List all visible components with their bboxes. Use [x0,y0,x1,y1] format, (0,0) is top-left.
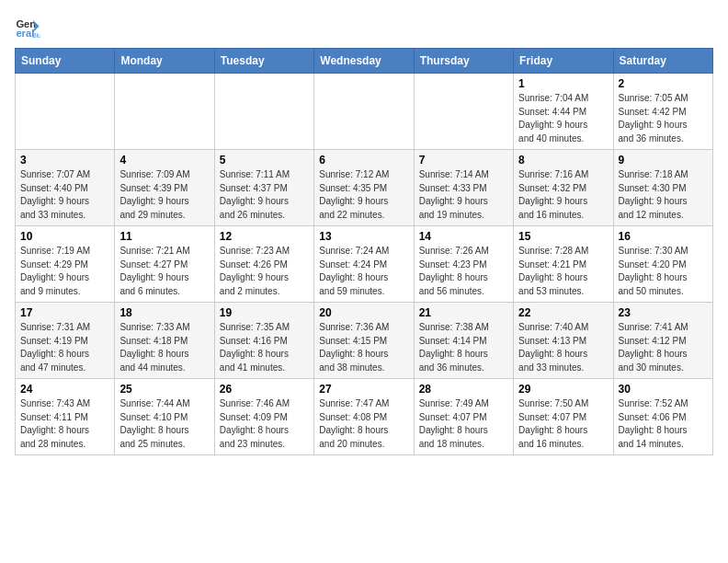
calendar-cell: 25Sunrise: 7:44 AM Sunset: 4:10 PM Dayli… [115,379,214,455]
day-number: 21 [419,306,508,319]
calendar-cell: 13Sunrise: 7:24 AM Sunset: 4:24 PM Dayli… [314,226,414,303]
day-info: Sunrise: 7:26 AM Sunset: 4:23 PM Dayligh… [419,245,508,298]
day-info: Sunrise: 7:35 AM Sunset: 4:16 PM Dayligh… [220,321,309,374]
day-number: 13 [319,230,408,243]
day-number: 20 [319,306,408,319]
day-number: 11 [119,230,209,243]
calendar-cell: 11Sunrise: 7:21 AM Sunset: 4:27 PM Dayli… [115,226,214,303]
day-info: Sunrise: 7:04 AM Sunset: 4:44 PM Dayligh… [518,92,608,145]
calendar-week-5: 24Sunrise: 7:43 AM Sunset: 4:11 PM Dayli… [16,379,713,455]
calendar-cell: 24Sunrise: 7:43 AM Sunset: 4:11 PM Dayli… [16,379,115,455]
calendar-cell: 2Sunrise: 7:05 AM Sunset: 4:42 PM Daylig… [613,74,712,150]
day-info: Sunrise: 7:21 AM Sunset: 4:27 PM Dayligh… [119,245,209,298]
day-info: Sunrise: 7:47 AM Sunset: 4:08 PM Dayligh… [319,397,408,451]
day-info: Sunrise: 7:43 AM Sunset: 4:11 PM Dayligh… [20,397,109,451]
calendar-cell: 14Sunrise: 7:26 AM Sunset: 4:23 PM Dayli… [414,226,513,303]
calendar-body: 1Sunrise: 7:04 AM Sunset: 4:44 PM Daylig… [16,74,713,455]
day-number: 8 [518,154,608,167]
calendar-cell: 5Sunrise: 7:11 AM Sunset: 4:37 PM Daylig… [214,150,313,226]
day-number: 25 [119,383,209,396]
day-number: 10 [20,230,109,243]
day-info: Sunrise: 7:05 AM Sunset: 4:42 PM Dayligh… [619,92,708,145]
calendar-cell [115,74,214,150]
day-number: 30 [619,383,708,396]
day-number: 5 [220,154,309,167]
calendar-cell: 29Sunrise: 7:50 AM Sunset: 4:07 PM Dayli… [514,379,613,455]
day-number: 6 [319,154,408,167]
day-number: 9 [619,154,708,167]
day-info: Sunrise: 7:30 AM Sunset: 4:20 PM Dayligh… [619,245,708,298]
day-number: 3 [20,154,109,167]
day-number: 15 [518,230,608,243]
calendar-week-2: 3Sunrise: 7:07 AM Sunset: 4:40 PM Daylig… [16,150,713,226]
day-info: Sunrise: 7:38 AM Sunset: 4:14 PM Dayligh… [419,321,508,374]
page-header: Gen eral Blue [15,15,713,40]
calendar-cell: 22Sunrise: 7:40 AM Sunset: 4:13 PM Dayli… [514,303,613,379]
weekday-header-tuesday: Tuesday [214,49,313,74]
day-number: 18 [119,306,209,319]
day-info: Sunrise: 7:18 AM Sunset: 4:30 PM Dayligh… [619,168,708,222]
day-number: 7 [419,154,508,167]
logo-icon: Gen eral Blue [15,15,40,40]
calendar-cell [414,74,513,150]
calendar-week-1: 1Sunrise: 7:04 AM Sunset: 4:44 PM Daylig… [16,74,713,150]
calendar-cell: 28Sunrise: 7:49 AM Sunset: 4:07 PM Dayli… [414,379,513,455]
day-info: Sunrise: 7:50 AM Sunset: 4:07 PM Dayligh… [518,397,608,451]
calendar-cell: 23Sunrise: 7:41 AM Sunset: 4:12 PM Dayli… [613,303,712,379]
calendar-cell: 18Sunrise: 7:33 AM Sunset: 4:18 PM Dayli… [115,303,214,379]
calendar-week-4: 17Sunrise: 7:31 AM Sunset: 4:19 PM Dayli… [16,303,713,379]
calendar-week-3: 10Sunrise: 7:19 AM Sunset: 4:29 PM Dayli… [16,226,713,303]
calendar-cell: 10Sunrise: 7:19 AM Sunset: 4:29 PM Dayli… [16,226,115,303]
day-info: Sunrise: 7:41 AM Sunset: 4:12 PM Dayligh… [619,321,708,374]
day-info: Sunrise: 7:49 AM Sunset: 4:07 PM Dayligh… [419,397,508,451]
day-info: Sunrise: 7:23 AM Sunset: 4:26 PM Dayligh… [220,245,309,298]
day-number: 4 [119,154,209,167]
day-info: Sunrise: 7:40 AM Sunset: 4:13 PM Dayligh… [518,321,608,374]
day-number: 27 [319,383,408,396]
day-info: Sunrise: 7:28 AM Sunset: 4:21 PM Dayligh… [518,245,608,298]
day-number: 28 [419,383,508,396]
day-number: 26 [220,383,309,396]
calendar-cell: 16Sunrise: 7:30 AM Sunset: 4:20 PM Dayli… [613,226,712,303]
svg-text:Blue: Blue [32,32,40,39]
weekday-header-friday: Friday [514,49,613,74]
day-info: Sunrise: 7:52 AM Sunset: 4:06 PM Dayligh… [619,397,708,451]
calendar-cell: 8Sunrise: 7:16 AM Sunset: 4:32 PM Daylig… [514,150,613,226]
calendar-header: SundayMondayTuesdayWednesdayThursdayFrid… [16,49,713,74]
day-number: 12 [220,230,309,243]
calendar-cell: 20Sunrise: 7:36 AM Sunset: 4:15 PM Dayli… [314,303,414,379]
day-info: Sunrise: 7:19 AM Sunset: 4:29 PM Dayligh… [20,245,109,298]
calendar-cell: 21Sunrise: 7:38 AM Sunset: 4:14 PM Dayli… [414,303,513,379]
weekday-header-thursday: Thursday [414,49,513,74]
calendar-cell [214,74,313,150]
calendar-cell: 19Sunrise: 7:35 AM Sunset: 4:16 PM Dayli… [214,303,313,379]
day-info: Sunrise: 7:11 AM Sunset: 4:37 PM Dayligh… [220,168,309,222]
calendar-cell: 27Sunrise: 7:47 AM Sunset: 4:08 PM Dayli… [314,379,414,455]
day-info: Sunrise: 7:33 AM Sunset: 4:18 PM Dayligh… [119,321,209,374]
day-number: 16 [619,230,708,243]
calendar-cell: 12Sunrise: 7:23 AM Sunset: 4:26 PM Dayli… [214,226,313,303]
calendar-cell: 30Sunrise: 7:52 AM Sunset: 4:06 PM Dayli… [613,379,712,455]
day-info: Sunrise: 7:16 AM Sunset: 4:32 PM Dayligh… [518,168,608,222]
day-number: 2 [619,77,708,90]
calendar-cell: 26Sunrise: 7:46 AM Sunset: 4:09 PM Dayli… [214,379,313,455]
calendar-table: SundayMondayTuesdayWednesdayThursdayFrid… [15,48,713,455]
weekday-header-wednesday: Wednesday [314,49,414,74]
day-info: Sunrise: 7:46 AM Sunset: 4:09 PM Dayligh… [220,397,309,451]
weekday-header-row: SundayMondayTuesdayWednesdayThursdayFrid… [16,49,713,74]
day-info: Sunrise: 7:09 AM Sunset: 4:39 PM Dayligh… [119,168,209,222]
day-number: 22 [518,306,608,319]
day-info: Sunrise: 7:14 AM Sunset: 4:33 PM Dayligh… [419,168,508,222]
calendar-cell: 3Sunrise: 7:07 AM Sunset: 4:40 PM Daylig… [16,150,115,226]
day-info: Sunrise: 7:31 AM Sunset: 4:19 PM Dayligh… [20,321,109,374]
calendar-cell: 15Sunrise: 7:28 AM Sunset: 4:21 PM Dayli… [514,226,613,303]
calendar-cell [16,74,115,150]
calendar-cell: 4Sunrise: 7:09 AM Sunset: 4:39 PM Daylig… [115,150,214,226]
day-number: 17 [20,306,109,319]
calendar-cell: 6Sunrise: 7:12 AM Sunset: 4:35 PM Daylig… [314,150,414,226]
calendar-cell: 1Sunrise: 7:04 AM Sunset: 4:44 PM Daylig… [514,74,613,150]
day-number: 14 [419,230,508,243]
day-number: 1 [518,77,608,90]
weekday-header-sunday: Sunday [16,49,115,74]
calendar-cell: 9Sunrise: 7:18 AM Sunset: 4:30 PM Daylig… [613,150,712,226]
